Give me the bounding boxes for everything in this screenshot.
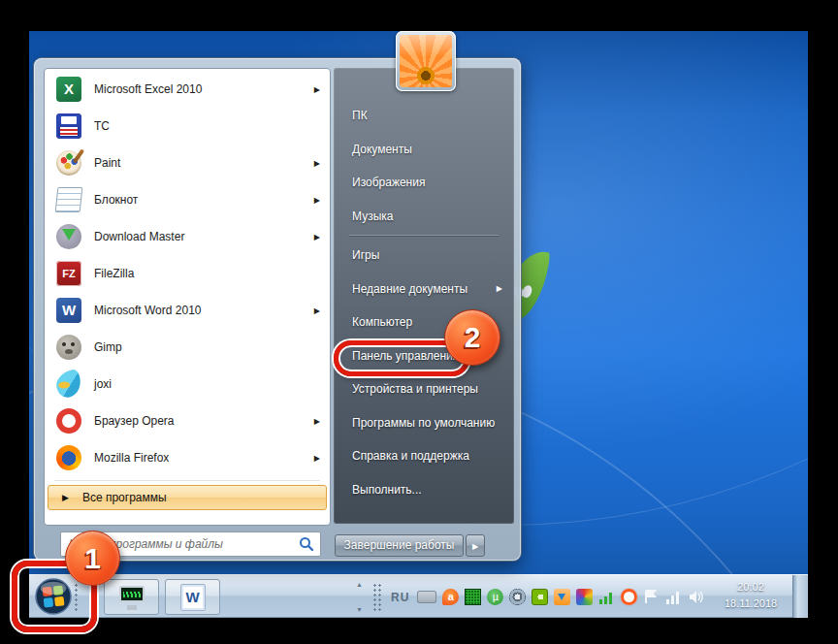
menu-item-label: Музыка: [352, 209, 393, 223]
program-item-joxi[interactable]: joxi: [45, 366, 330, 402]
all-programs-label: Все программы: [82, 491, 167, 504]
all-programs-arrow-icon: ▶: [62, 493, 69, 502]
program-label: Браузер Opera: [94, 414, 175, 428]
program-label: Mozilla Firefox: [94, 451, 169, 465]
submenu-arrow-icon: ▶: [314, 85, 320, 94]
filezilla-icon: FZ: [56, 261, 81, 286]
tray-grip[interactable]: [372, 583, 382, 612]
start-menu: X Microsoft Excel 2010 ▶ TC Paint ▶ Блок…: [34, 58, 521, 561]
menu-item-pictures[interactable]: Изображения: [334, 166, 514, 200]
submenu-arrow-icon: ▶: [314, 454, 320, 463]
start-menu-programs-panel: X Microsoft Excel 2010 ▶ TC Paint ▶ Блок…: [44, 68, 331, 526]
action-center-flag-icon[interactable]: [643, 589, 660, 605]
colorful-app-tray-icon[interactable]: [576, 589, 593, 605]
program-label: FileZilla: [94, 267, 134, 280]
submenu-arrow-icon: ▶: [314, 233, 320, 242]
annotation-badge-1: 1: [65, 531, 120, 586]
program-label: joxi: [94, 377, 112, 391]
menu-item-label: Игры: [352, 248, 379, 262]
volume-icon[interactable]: [688, 589, 704, 605]
divider: [349, 235, 499, 236]
program-label: Блокнот: [94, 193, 138, 207]
divider: [54, 480, 320, 481]
menu-item-label: Компьютер: [352, 315, 412, 329]
submenu-arrow-icon: ▶: [314, 159, 320, 168]
network-bars-icon[interactable]: [665, 589, 682, 605]
program-item-opera[interactable]: Браузер Opera ▶: [45, 402, 330, 439]
keyboard-icon[interactable]: [417, 591, 436, 603]
program-item-excel[interactable]: X Microsoft Excel 2010 ▶: [45, 71, 330, 108]
program-item-notepad[interactable]: Блокнот ▶: [45, 181, 330, 218]
program-item-filezilla[interactable]: FZ FileZilla: [45, 255, 330, 292]
program-item-gimp[interactable]: Gimp: [45, 329, 330, 366]
taskbar: W ▲ ▼ RU a µ: [29, 574, 808, 618]
show-desktop-button[interactable]: [792, 575, 808, 618]
program-label: Microsoft Word 2010: [94, 304, 202, 317]
utorrent-icon[interactable]: µ: [487, 589, 503, 605]
nvidia-icon[interactable]: [532, 589, 548, 605]
program-label: TC: [94, 119, 110, 133]
paint-icon: [56, 150, 81, 176]
menu-item-pc[interactable]: ПК: [334, 99, 514, 133]
menu-item-label: Выполнить...: [352, 483, 422, 497]
menu-item-label: Недавние документы: [352, 282, 467, 296]
menu-item-help-support[interactable]: Справка и поддержка: [334, 439, 514, 473]
program-label: Download Master: [94, 230, 184, 243]
taskbar-app-word[interactable]: W: [165, 579, 220, 615]
menu-item-documents[interactable]: Документы: [334, 133, 514, 167]
menu-item-label: Документы: [352, 143, 412, 156]
avatar-flower-image: [400, 35, 452, 87]
all-programs-button[interactable]: ▶ Все программы: [48, 485, 327, 510]
program-item-download-master[interactable]: Download Master ▶: [45, 218, 330, 255]
taskbar-app-system-monitor[interactable]: [104, 579, 159, 615]
program-item-word[interactable]: W Microsoft Word 2010 ▶: [45, 292, 330, 329]
menu-item-label: Изображения: [352, 176, 425, 189]
user-avatar[interactable]: [396, 31, 456, 91]
clock-date: 18.11.2018: [715, 596, 787, 612]
program-item-firefox[interactable]: Mozilla Firefox ▶: [45, 439, 330, 476]
taskbar-clock[interactable]: 20:02 18.11.2018: [715, 579, 787, 612]
spinner-up-icon[interactable]: ▲: [356, 581, 363, 588]
search-icon[interactable]: [299, 536, 314, 552]
download-master-tray-icon[interactable]: [554, 589, 570, 605]
gimp-icon: [56, 335, 81, 360]
shutdown-button[interactable]: Завершение работы: [335, 534, 464, 557]
recorder-tray-icon[interactable]: [621, 589, 637, 605]
submenu-arrow-icon: ▶: [314, 417, 320, 426]
taskbar-scroll-spinner[interactable]: ▲ ▼: [352, 581, 367, 613]
menu-item-recent-documents[interactable]: Недавние документы ▶: [334, 273, 514, 306]
start-menu-places-panel: ПК Документы Изображения Музыка Игры Нед…: [334, 68, 514, 524]
word-icon: W: [56, 298, 81, 323]
menu-item-devices-printers[interactable]: Устройства и принтеры: [334, 372, 514, 406]
submenu-arrow-icon: ▶: [497, 284, 502, 293]
menu-item-music[interactable]: Музыка: [334, 200, 514, 234]
submenu-arrow-icon: ▶: [314, 306, 320, 315]
program-label: Paint: [94, 156, 120, 170]
network-signal-green-icon[interactable]: [598, 589, 615, 605]
clock-time: 20:02: [715, 579, 787, 596]
language-indicator[interactable]: RU: [389, 591, 411, 604]
program-label: Microsoft Excel 2010: [94, 82, 202, 96]
menu-item-label: ПК: [352, 109, 368, 122]
screenshot-stage: W ▲ ▼ RU a µ: [0, 0, 838, 644]
shutter-tray-icon[interactable]: [509, 589, 526, 605]
menu-item-label: Устройства и принтеры: [352, 382, 478, 396]
avast-icon[interactable]: a: [442, 589, 459, 605]
annotation-badge-2: 2: [444, 309, 500, 366]
notepad-icon: [55, 187, 83, 212]
menu-item-games[interactable]: Игры: [334, 239, 514, 273]
menu-item-label: Справка и поддержка: [352, 449, 469, 463]
submenu-arrow-icon: ▶: [314, 196, 320, 205]
excel-icon: X: [56, 77, 81, 102]
menu-item-run[interactable]: Выполнить...: [334, 473, 514, 507]
shutdown-options-arrow[interactable]: ▶: [466, 534, 485, 557]
joxi-icon: [53, 369, 85, 401]
download-master-icon: [56, 224, 81, 249]
spinner-down-icon[interactable]: ▼: [356, 606, 363, 613]
firefox-icon: [56, 445, 81, 470]
opera-icon: [56, 408, 81, 434]
program-item-tc[interactable]: TC: [45, 108, 330, 145]
menu-item-default-programs[interactable]: Программы по умолчанию: [334, 406, 514, 440]
green-grid-tray-icon[interactable]: [465, 589, 481, 605]
program-item-paint[interactable]: Paint ▶: [45, 145, 330, 181]
